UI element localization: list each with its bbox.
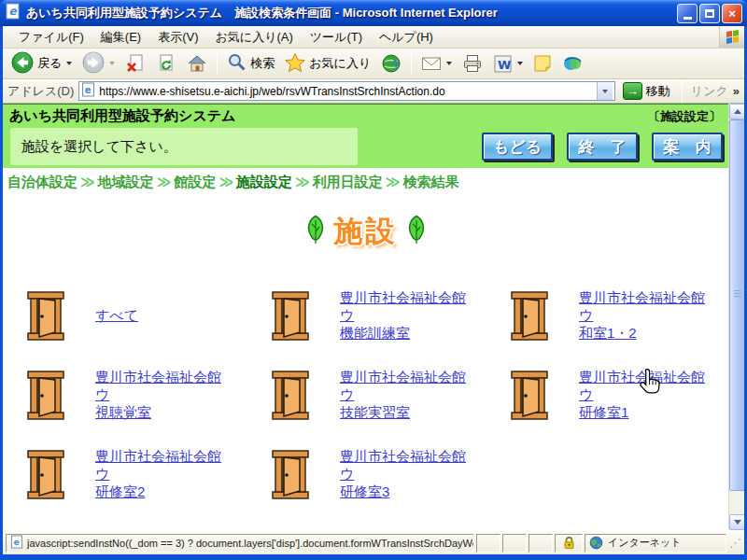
breadcrumb-separator: ≫ xyxy=(218,174,233,189)
menu-file[interactable]: ファイル(F) xyxy=(10,26,92,49)
refresh-button[interactable] xyxy=(151,51,181,76)
back-button[interactable]: 戻る xyxy=(7,49,77,78)
edit-dropdown-caret[interactable] xyxy=(517,62,523,65)
breadcrumb-separator: ≫ xyxy=(295,174,310,189)
resize-grip[interactable]: ⋰ xyxy=(728,536,741,550)
door-icon xyxy=(272,291,309,341)
address-dropdown-button[interactable] xyxy=(597,82,613,100)
breadcrumb-riyoubi: 利用日設定 xyxy=(313,174,383,189)
status-bar: e javascript:sendInstNo((_dom == 3) ? do… xyxy=(3,530,744,554)
globe-icon xyxy=(589,536,603,550)
scroll-down-button[interactable] xyxy=(729,514,744,530)
facility-room-link[interactable]: 技能実習室 xyxy=(340,404,410,422)
window-frame: ファイル(F) 編集(E) 表示(V) お気に入り(A) ツール(T) ヘルプ(… xyxy=(0,26,747,560)
mail-dropdown-caret[interactable] xyxy=(446,62,452,65)
breadcrumb: 自治体設定≫地域設定≫館設定≫施設設定≫利用日設定≫検索結果 xyxy=(3,168,728,196)
facility-hall-link[interactable]: 豊川市社会福祉会館ウ xyxy=(95,369,221,402)
door-icon xyxy=(27,371,64,420)
menu-bar: ファイル(F) 編集(E) 表示(V) お気に入り(A) ツール(T) ヘルプ(… xyxy=(3,26,744,49)
address-input[interactable]: e https://www.e-shisetsu.e-aichi.jp/web/… xyxy=(78,81,615,101)
forward-dropdown-caret[interactable] xyxy=(109,62,115,65)
stop-button[interactable] xyxy=(120,51,150,76)
favorites-button[interactable]: お気に入り xyxy=(280,50,375,77)
facility-item-hovered: 豊川市社会福祉会館ウ 研修室1 xyxy=(503,356,727,435)
status-text: javascript:sendInstNo((_dom == 3) ? docu… xyxy=(27,538,474,549)
back-dropdown-caret[interactable] xyxy=(66,62,72,65)
door-icon xyxy=(27,450,64,499)
step-indicator: 〔施設設定〕 xyxy=(648,108,721,125)
mail-icon xyxy=(421,55,442,72)
system-title: あいち共同利用型施設予約システム xyxy=(3,105,728,125)
door-icon xyxy=(511,371,548,420)
facility-link[interactable]: すべて xyxy=(95,307,138,323)
facility-room-link[interactable]: 和室1・2 xyxy=(579,325,637,343)
facility-item: 豊川市社会福祉会館ウ 機能訓練室 xyxy=(264,276,503,356)
messenger-button[interactable] xyxy=(557,51,587,76)
message-box: 施設を選択して下さい。 xyxy=(10,128,358,165)
print-button[interactable] xyxy=(458,51,487,76)
back-icon xyxy=(11,51,34,77)
links-chevron[interactable]: » xyxy=(733,84,740,98)
minimize-button[interactable] xyxy=(677,4,698,23)
maximize-button[interactable] xyxy=(699,4,720,23)
facility-hall-link[interactable]: 豊川市社会福祉会館ウ xyxy=(579,289,705,323)
windows-logo-icon xyxy=(719,26,744,48)
scroll-up-button[interactable] xyxy=(729,104,744,119)
menu-view[interactable]: 表示(V) xyxy=(149,26,206,49)
facility-room-link[interactable]: 研修室2 xyxy=(95,483,145,501)
security-zone-pane: インターネット xyxy=(585,534,726,553)
close-button[interactable]: × xyxy=(722,4,742,23)
modoru-button[interactable]: もどる xyxy=(482,133,553,161)
facility-hall-link[interactable]: 豊川市社会福祉会館ウ xyxy=(95,448,221,482)
mouse-cursor xyxy=(639,368,661,399)
zone-label: インターネット xyxy=(608,536,682,550)
breadcrumb-separator: ≫ xyxy=(157,174,172,189)
search-button[interactable]: 検索 xyxy=(222,50,279,77)
facility-room-link[interactable]: 研修室3 xyxy=(340,483,389,501)
facility-hall-link[interactable]: 豊川市社会福祉会館ウ xyxy=(340,448,466,482)
shuuryou-button[interactable]: 終 了 xyxy=(567,133,638,161)
go-label: 移動 xyxy=(646,83,670,100)
menu-help[interactable]: ヘルプ(H) xyxy=(371,26,442,49)
toolbar-separator xyxy=(682,80,683,103)
breadcrumb-chiiki: 地域設定 xyxy=(98,174,154,189)
annai-button[interactable]: 案 内 xyxy=(652,133,723,161)
facility-hall-link[interactable]: 豊川市社会福祉会館ウ xyxy=(340,289,466,323)
facility-room-link[interactable]: 研修室1 xyxy=(579,404,628,422)
media-button[interactable] xyxy=(376,51,406,76)
go-button[interactable]: → 移動 xyxy=(620,81,673,101)
forward-button[interactable] xyxy=(78,49,120,78)
svg-text:e: e xyxy=(85,85,92,95)
facility-item: 豊川市社会福祉会館ウ 技能実習室 xyxy=(264,356,503,435)
menu-edit[interactable]: 編集(E) xyxy=(92,26,149,49)
home-button[interactable] xyxy=(182,51,212,76)
vertical-scrollbar[interactable] xyxy=(728,104,744,530)
page-icon: e xyxy=(81,82,95,100)
star-icon xyxy=(285,52,305,76)
toolbar-separator xyxy=(411,52,412,75)
door-icon xyxy=(272,371,309,420)
links-label[interactable]: リンク xyxy=(691,83,728,100)
mail-button[interactable] xyxy=(416,53,457,74)
page-icon: e xyxy=(10,535,23,551)
security-lock-pane xyxy=(555,534,583,553)
facility-room-link[interactable]: 視聴覚室 xyxy=(95,404,151,422)
page-header: あいち共同利用型施設予約システム 〔施設設定〕 施設を選択して下さい。 もどる … xyxy=(3,104,728,168)
breadcrumb-kensaku: 検索結果 xyxy=(403,174,459,189)
web-page: あいち共同利用型施設予約システム 〔施設設定〕 施設を選択して下さい。 もどる … xyxy=(3,104,728,530)
scrollbar-thumb[interactable] xyxy=(729,119,744,491)
forward-icon xyxy=(82,51,105,77)
menu-tools[interactable]: ツール(T) xyxy=(302,26,371,49)
facility-room-link[interactable]: 機能訓練室 xyxy=(340,325,410,343)
facility-hall-link[interactable]: 豊川市社会福祉会館ウ xyxy=(340,369,466,402)
edit-word-icon: W xyxy=(493,54,513,74)
address-url[interactable]: https://www.e-shisetsu.e-aichi.jp/web/rs… xyxy=(99,85,593,98)
messenger-icon xyxy=(562,53,583,74)
door-icon xyxy=(27,291,64,341)
breadcrumb-separator: ≫ xyxy=(386,174,401,189)
section-title: 施設 xyxy=(3,209,728,254)
menu-favorites[interactable]: お気に入り(A) xyxy=(207,26,302,49)
search-label: 検索 xyxy=(250,55,275,72)
edit-button[interactable]: W xyxy=(488,52,528,76)
discuss-button[interactable] xyxy=(529,52,557,75)
